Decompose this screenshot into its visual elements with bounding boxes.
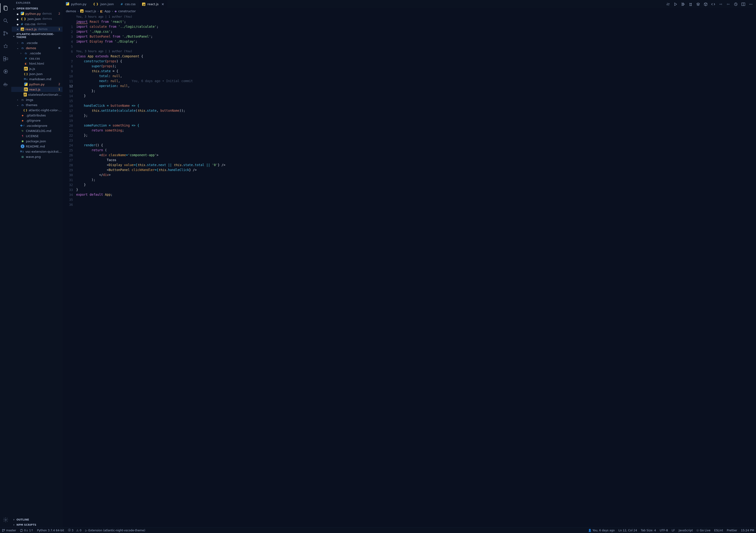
- prev-change-icon[interactable]: [718, 1, 723, 7]
- open-editor-item[interactable]: JSreact.js demos1: [12, 27, 63, 32]
- open-editors-list: python.py demos2{ }json.json demos#css.c…: [11, 11, 63, 32]
- keyboard-icon[interactable]: [688, 1, 693, 7]
- file-label: react.js: [25, 28, 37, 31]
- layers-icon[interactable]: [695, 1, 701, 7]
- status-sync[interactable]: 0↓ 1↑: [18, 529, 35, 532]
- tree-file[interactable]: JSreact.js1: [11, 87, 63, 92]
- tree-label: markdown.md: [29, 77, 51, 81]
- editor-body[interactable]: 1234567891011121314151617181920212223242…: [63, 14, 756, 527]
- open-editor-item[interactable]: #css.css demos: [12, 21, 63, 27]
- tree-folder[interactable]: ⌄🗀themes: [11, 102, 63, 108]
- close-icon[interactable]: ✕: [161, 2, 164, 6]
- close-icon[interactable]: [16, 17, 19, 21]
- breadcrumbs[interactable]: demos› JSreact.js› ◧App› ◈constructor: [63, 8, 756, 14]
- activity-extensions-icon[interactable]: [0, 53, 11, 65]
- tree-file[interactable]: JSjs.js: [11, 66, 63, 71]
- status-problems[interactable]: ⓧ3 ⚠0: [66, 528, 84, 532]
- npm-scripts-header[interactable]: ›NPM SCRIPTS: [11, 522, 63, 527]
- close-icon[interactable]: [16, 22, 19, 26]
- tree-folder[interactable]: ⌄🗀demos: [11, 45, 63, 51]
- status-lang[interactable]: JavaScript: [677, 529, 695, 532]
- file-label: python.py: [25, 12, 41, 15]
- status-eol[interactable]: LF: [670, 529, 677, 532]
- code-lens[interactable]: You, 3 hours ago | 1 author (You): [76, 14, 756, 19]
- open-editor-item[interactable]: python.py demos2: [12, 11, 63, 16]
- activity-debug-icon[interactable]: [0, 40, 11, 52]
- tree-file[interactable]: M↓markdown.md: [11, 76, 63, 82]
- editor-tab[interactable]: python.py: [63, 0, 90, 8]
- next-change-icon[interactable]: [725, 1, 731, 7]
- tree-file[interactable]: ▧wave.png: [11, 154, 63, 159]
- tree-file[interactable]: iREADME.md: [11, 144, 63, 149]
- status-python[interactable]: Python 3.7.4 64-bit: [35, 529, 66, 532]
- activity-settings-icon[interactable]: [0, 514, 11, 525]
- activity-explorer-icon[interactable]: [0, 2, 11, 13]
- file-dir: demos: [42, 12, 52, 15]
- more-icon[interactable]: [748, 1, 754, 7]
- status-position[interactable]: Ln 12, Col 24: [616, 529, 639, 532]
- breadcrumb-item[interactable]: react.js: [85, 10, 96, 13]
- status-eslint[interactable]: ESLint: [712, 529, 725, 532]
- tree-file[interactable]: ◆.gitignore: [11, 118, 63, 123]
- tree-file[interactable]: { }atlantic-night-color-them...: [11, 108, 63, 113]
- editor-tab[interactable]: JSreact.js✕: [139, 0, 168, 8]
- tree-file[interactable]: M↓vsc-extension-quickstart.md: [11, 149, 63, 154]
- tree-folder[interactable]: ›🗀.vscode: [11, 40, 63, 45]
- svg-rect-15: [6, 58, 8, 60]
- close-icon[interactable]: [16, 28, 19, 31]
- revert-icon[interactable]: [733, 1, 739, 7]
- tree-file[interactable]: ↻CHANGELOG.md: [11, 128, 63, 133]
- problem-badge: 1: [58, 28, 60, 31]
- tree-file[interactable]: #css.css: [11, 56, 63, 61]
- activity-search-icon[interactable]: [0, 15, 11, 26]
- open-editors-header[interactable]: ⌄OPEN EDITORS: [11, 6, 63, 11]
- status-extension[interactable]: ▷Extension (atlantic-night-vscode-theme): [83, 529, 147, 532]
- breadcrumb-item[interactable]: constructor: [118, 10, 136, 13]
- split-editor-icon[interactable]: [741, 1, 746, 7]
- run-all-icon[interactable]: [680, 1, 686, 7]
- status-encoding[interactable]: UTF-8: [658, 529, 670, 532]
- breadcrumb-item[interactable]: demos: [66, 10, 76, 13]
- line-number-gutter: 1234567891011121314151617181920212223242…: [63, 14, 76, 527]
- tree-file[interactable]: { }json.json: [11, 71, 63, 76]
- cube-icon[interactable]: [703, 1, 709, 7]
- tree-file[interactable]: JSstatelessfunctionalreact.js: [11, 92, 63, 97]
- open-editor-item[interactable]: { }json.json demos: [12, 16, 63, 21]
- tree-file[interactable]: ◧html.html: [11, 61, 63, 66]
- run-icon[interactable]: [673, 1, 678, 7]
- svg-rect-21: [5, 83, 5, 84]
- tree-folder[interactable]: ›🗀.vscode: [11, 51, 63, 56]
- code-content[interactable]: You, 3 hours ago | 1 author (You)import …: [76, 14, 756, 527]
- status-prettier[interactable]: Prettier: [725, 529, 739, 532]
- activity-bar: [0, 0, 11, 527]
- tree-file[interactable]: ◆.gitattributes: [11, 113, 63, 118]
- breadcrumb-item[interactable]: App: [104, 10, 110, 13]
- status-golive[interactable]: ⦾Go Live: [695, 529, 712, 532]
- activity-docker-icon[interactable]: [0, 79, 11, 90]
- tree-folder[interactable]: ›🗀imgs: [11, 97, 63, 102]
- tree-label: atlantic-night-color-them...: [29, 108, 63, 112]
- editor-tab[interactable]: { }json.json: [90, 0, 117, 8]
- code-lens[interactable]: You, 3 hours ago | 1 author (You): [76, 49, 756, 54]
- tree-file[interactable]: ⬢package.json: [11, 139, 63, 144]
- tree-file[interactable]: ¶LICENSE: [11, 133, 63, 139]
- tree-file[interactable]: python.py2: [11, 82, 63, 87]
- tree-file[interactable]: �វ.vscodeignore: [11, 123, 63, 128]
- modified-dot-icon: [58, 47, 60, 49]
- svg-point-34: [2, 529, 3, 530]
- status-tabsize[interactable]: Tab Size: 4: [639, 529, 658, 532]
- status-branch[interactable]: master: [0, 529, 18, 532]
- outline-header[interactable]: ›OUTLINE: [11, 517, 63, 522]
- folder-header[interactable]: ⌄ATLANTIC-NIGHT-VSCODE-THEME: [11, 32, 63, 40]
- svg-marker-23: [675, 3, 677, 6]
- close-icon[interactable]: [16, 12, 19, 15]
- compare-changes-icon[interactable]: [665, 1, 671, 7]
- editor-tab[interactable]: #css.css: [117, 0, 139, 8]
- status-blame[interactable]: 👤You, 6 days ago: [586, 529, 616, 532]
- status-clock[interactable]: 15:24 PM: [739, 529, 756, 532]
- code-icon[interactable]: [710, 1, 716, 7]
- tree-label: README.md: [26, 145, 45, 148]
- svg-rect-19: [5, 84, 5, 84]
- activity-scm-icon[interactable]: [0, 28, 11, 39]
- activity-liveshare-icon[interactable]: [0, 66, 11, 77]
